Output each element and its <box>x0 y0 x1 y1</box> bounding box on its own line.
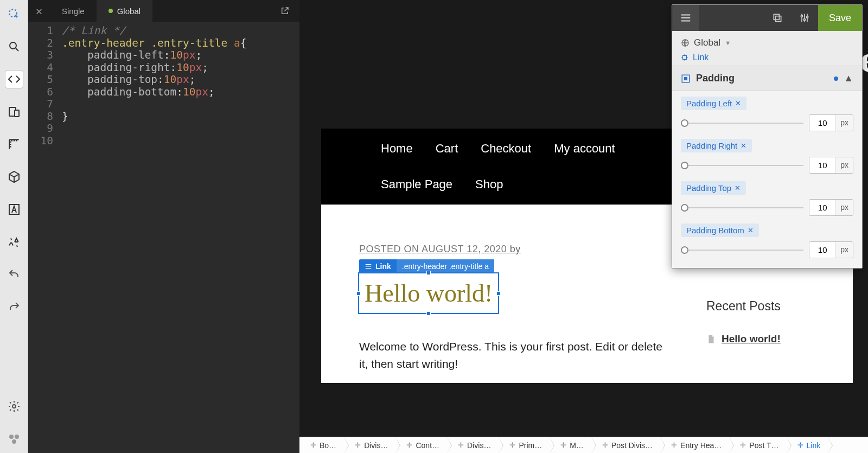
save-button[interactable]: Save <box>818 5 862 31</box>
undo-icon[interactable] <box>5 266 23 283</box>
slider[interactable] <box>681 207 803 208</box>
crumb-item[interactable]: ✛Bo… <box>299 437 344 453</box>
crumb-item[interactable]: ✛Prim… <box>499 437 550 453</box>
tab-label: Single <box>62 7 85 16</box>
remove-prop-icon[interactable]: ✕ <box>735 99 741 107</box>
code-tool-icon[interactable] <box>5 71 23 88</box>
svg-rect-3 <box>15 110 19 117</box>
target-icon: ✛ <box>458 441 464 449</box>
remove-prop-icon[interactable]: ✕ <box>741 142 746 150</box>
resize-handle-bottom[interactable] <box>426 311 431 316</box>
ruler-tool-icon[interactable] <box>5 136 23 153</box>
unit-label[interactable]: px <box>835 115 853 131</box>
code-editor[interactable]: 1 2 3 4 5 6 7 8 9 10 /* Link */ .entry-h… <box>28 22 299 453</box>
selector-tool-icon[interactable] <box>5 5 23 23</box>
file-icon <box>706 334 716 344</box>
nav-item-home[interactable]: Home <box>381 142 413 156</box>
prop-tag[interactable]: Padding Left✕ <box>681 97 746 110</box>
slider[interactable] <box>681 165 803 166</box>
scope-selector[interactable]: Global ▼ <box>681 37 853 48</box>
recent-post-item[interactable]: Hello world! <box>706 333 815 345</box>
caret-down-icon: ▼ <box>725 40 731 46</box>
svg-rect-11 <box>774 14 779 20</box>
popout-icon[interactable] <box>275 6 295 16</box>
target-icon: ✛ <box>740 441 746 449</box>
element-breadcrumb[interactable]: Link <box>681 53 853 62</box>
target-icon <box>681 54 688 61</box>
selection-path: .entry-header .entry-title a <box>397 259 494 273</box>
prop-padding-right: Padding Right✕ px <box>681 139 853 174</box>
collapse-icon[interactable]: ▲ <box>844 73 853 84</box>
inspector-properties: Padding Left✕ px Padding Right✕ px <box>672 91 862 268</box>
remove-prop-icon[interactable]: ✕ <box>748 226 754 234</box>
crumb-item[interactable]: ✛Cont… <box>395 437 447 453</box>
inspector-section-header[interactable]: Padding ▲ <box>672 66 862 91</box>
post-meta[interactable]: POSTED ON AUGUST 12, 2020 by <box>359 244 674 255</box>
value-input[interactable] <box>809 157 835 173</box>
search-tool-icon[interactable] <box>5 38 23 55</box>
prop-tag[interactable]: Padding Right✕ <box>681 139 752 152</box>
code-tab-single[interactable]: Single <box>50 0 97 22</box>
unit-label[interactable]: px <box>835 157 853 173</box>
target-icon: ✛ <box>509 441 515 449</box>
code-content[interactable]: /* Link */ .entry-header .entry-title a{… <box>60 25 299 453</box>
modules-tool-icon[interactable] <box>5 430 23 448</box>
slider-thumb[interactable] <box>681 204 688 212</box>
value-input[interactable] <box>809 200 835 215</box>
code-panel: ✕ Single Global 1 2 3 4 5 6 7 8 9 <box>28 0 299 453</box>
slider[interactable] <box>681 123 803 124</box>
target-icon: ✛ <box>310 441 316 449</box>
remove-prop-icon[interactable]: ✕ <box>735 184 741 192</box>
slider-thumb[interactable] <box>681 119 688 127</box>
prop-tag[interactable]: Padding Bottom✕ <box>681 224 759 237</box>
crumb-item[interactable]: ✛M… <box>550 437 591 453</box>
crumb-item-active[interactable]: ✛Link <box>787 437 828 453</box>
crumb-item[interactable]: ✛Post T… <box>729 437 786 453</box>
crumb-item[interactable]: ✛Entry Hea… <box>660 437 729 453</box>
resize-handle-left[interactable] <box>356 291 361 296</box>
slider-thumb[interactable] <box>681 162 688 169</box>
preview-area: WooCommerce Just another WordPress site … <box>299 0 868 453</box>
code-tab-global[interactable]: Global <box>97 0 152 22</box>
unit-label[interactable]: px <box>835 200 853 215</box>
line-gutter: 1 2 3 4 5 6 7 8 9 10 <box>28 25 60 453</box>
crumb-item[interactable]: ✛Post Divis… <box>591 437 660 453</box>
box-tool-icon[interactable] <box>5 168 23 186</box>
prop-padding-top: Padding Top✕ px <box>681 181 853 216</box>
nav-item-cart[interactable]: Cart <box>436 142 458 156</box>
settings-tool-icon[interactable] <box>5 398 23 415</box>
redo-icon[interactable] <box>5 298 23 316</box>
unit-label[interactable]: px <box>835 242 853 258</box>
inspector-menu-icon[interactable] <box>672 5 699 31</box>
crumb-item[interactable]: ✛Divis… <box>344 437 395 453</box>
copy-icon[interactable] <box>764 5 791 31</box>
devices-tool-icon[interactable] <box>5 103 23 120</box>
svg-rect-18 <box>684 77 687 80</box>
breadcrumb-bar: ✛Bo… ✛Divis… ✛Cont… ✛Divis… ✛Prim… ✛M… ✛… <box>299 437 868 453</box>
animation-tool-icon[interactable] <box>5 233 23 251</box>
active-dot-icon <box>834 76 838 81</box>
prop-padding-left: Padding Left✕ px <box>681 97 853 131</box>
svg-point-8 <box>12 439 16 444</box>
nav-item-shop[interactable]: Shop <box>475 177 503 192</box>
modified-dot-icon <box>108 9 113 13</box>
resize-handle-right[interactable] <box>496 291 501 296</box>
slider[interactable] <box>681 250 803 251</box>
font-tool-icon[interactable] <box>5 201 23 218</box>
value-input[interactable] <box>809 242 835 258</box>
nav-item-checkout[interactable]: Checkout <box>481 142 531 156</box>
svg-rect-10 <box>776 16 781 22</box>
nav-item-account[interactable]: My account <box>554 142 615 156</box>
inspector-toolbar: Save <box>672 5 862 31</box>
preview-body[interactable]: WooCommerce Just another WordPress site … <box>299 0 868 453</box>
crumb-item[interactable]: ✛Divis… <box>447 437 499 453</box>
value-input[interactable] <box>809 115 835 131</box>
sliders-icon[interactable] <box>791 5 818 31</box>
nav-item-sample[interactable]: Sample Page <box>381 177 452 192</box>
close-panel-icon[interactable]: ✕ <box>28 4 50 17</box>
target-icon: ✛ <box>355 441 361 449</box>
slider-thumb[interactable] <box>681 246 688 254</box>
main-column: POSTED ON AUGUST 12, 2020 by comment Lin… <box>359 244 674 372</box>
resize-handle-top[interactable] <box>426 271 431 275</box>
prop-tag[interactable]: Padding Top✕ <box>681 181 746 195</box>
